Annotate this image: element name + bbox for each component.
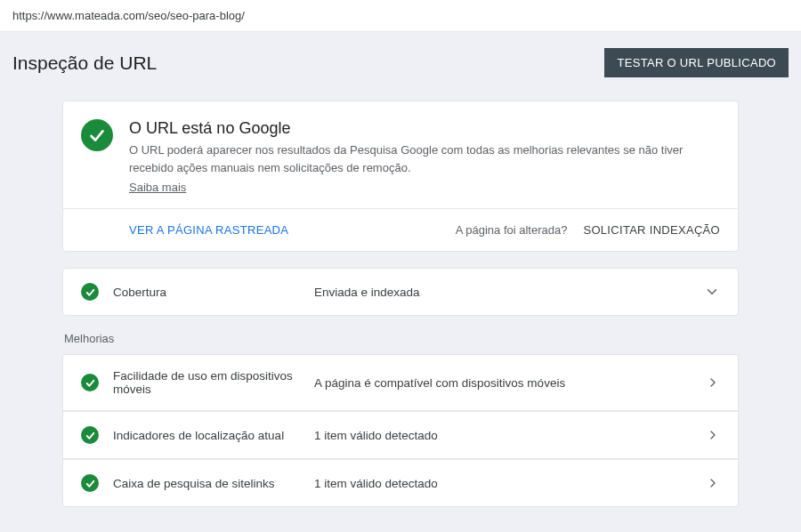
header-row: Inspeção de URL TESTAR O URL PUBLICADO [0, 32, 801, 86]
status-heading: O URL está no Google [129, 119, 720, 138]
improvement-label: Caixa de pesquisa de sitelinks [113, 477, 300, 490]
status-text: O URL está no Google O URL poderá aparec… [129, 119, 720, 194]
improvements-label: Melhorias [64, 332, 739, 345]
page-changed-text: A página foi alterada? [456, 223, 568, 237]
improvement-label: Facilidade de uso em dispositivos móveis [113, 369, 300, 396]
coverage-value: Enviada e indexada [314, 286, 690, 299]
main-content: O URL está no Google O URL poderá aparec… [0, 86, 801, 528]
status-card: O URL está no Google O URL poderá aparec… [62, 101, 739, 252]
status-header: O URL está no Google O URL poderá aparec… [63, 101, 738, 208]
improvement-row-breadcrumb[interactable]: Indicadores de localização atual 1 item … [63, 411, 738, 459]
improvement-row-mobile[interactable]: Facilidade de uso em dispositivos móveis… [63, 355, 738, 411]
chevron-right-icon [706, 476, 720, 490]
improvement-value: 1 item válido detectado [314, 477, 692, 490]
view-crawled-button[interactable]: VER A PÁGINA RASTREADA [129, 223, 288, 237]
coverage-row[interactable]: Cobertura Enviada e indexada [63, 269, 738, 315]
card-actions: VER A PÁGINA RASTREADA A página foi alte… [63, 208, 738, 251]
url-bar[interactable]: https://www.mateada.com/seo/seo-para-blo… [0, 0, 801, 32]
coverage-card: Cobertura Enviada e indexada [62, 268, 739, 316]
improvement-value: 1 item válido detectado [314, 429, 692, 442]
page-title: Inspeção de URL [12, 52, 157, 74]
improvement-value: A página é compatível com dispositivos m… [314, 376, 692, 390]
check-success-icon [81, 474, 99, 492]
status-description: O URL poderá aparecer nos resultados da … [129, 141, 720, 176]
coverage-label: Cobertura [113, 286, 300, 299]
check-success-icon [81, 426, 99, 444]
chevron-right-icon [706, 375, 720, 390]
check-success-icon [81, 119, 113, 151]
check-success-icon [81, 283, 99, 301]
test-url-button[interactable]: TESTAR O URL PUBLICADO [604, 48, 789, 77]
right-actions: A página foi alterada? SOLICITAR INDEXAÇ… [456, 223, 720, 237]
chevron-right-icon [706, 428, 720, 442]
improvement-label: Indicadores de localização atual [113, 429, 300, 442]
chevron-down-icon [704, 284, 720, 300]
request-indexing-button[interactable]: SOLICITAR INDEXAÇÃO [583, 223, 720, 237]
learn-more-link[interactable]: Saiba mais [129, 181, 186, 194]
improvements-card: Facilidade de uso em dispositivos móveis… [62, 354, 739, 507]
improvement-row-sitelinks[interactable]: Caixa de pesquisa de sitelinks 1 item vá… [63, 459, 738, 506]
check-success-icon [81, 374, 99, 391]
